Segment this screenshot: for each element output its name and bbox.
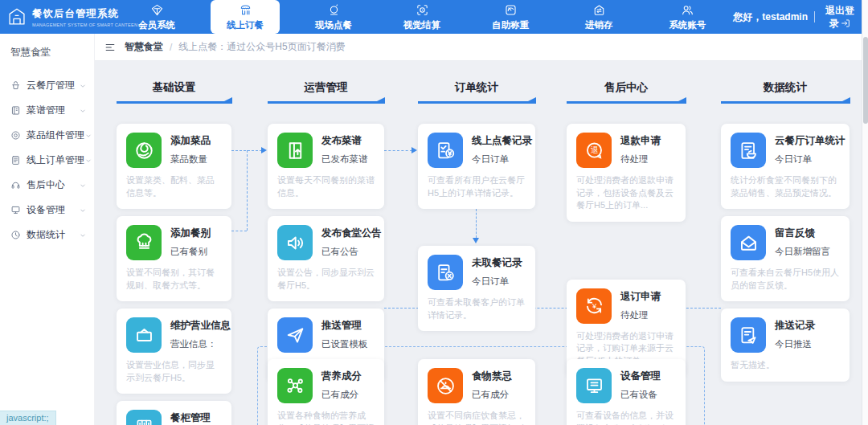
link-status-hint: javascript:; — [0, 411, 56, 425]
card-subtitle: 已有公告 — [321, 246, 375, 258]
feature-card[interactable]: 发布食堂公告已有公告设置公告，同步显示到云餐厅H5。 — [268, 216, 384, 301]
column-arrow — [721, 101, 850, 104]
card-icon-tile — [731, 133, 766, 168]
unsubscribe-icon: ¥ — [583, 295, 605, 317]
sidebar-item[interactable]: 售后中心 — [0, 173, 94, 198]
card-icon-tile — [126, 133, 162, 168]
svg-text:¥: ¥ — [591, 302, 596, 310]
sidebar-item[interactable]: 设备管理 — [0, 198, 94, 223]
column-arrow — [567, 101, 686, 104]
card-title: 推送管理 — [321, 319, 368, 333]
nav-tab-label: 进销存 — [585, 19, 613, 31]
card-description: 设置各种食物的营养成分，【菜品管理】里可添加对应的食物及分... — [277, 410, 375, 425]
collapse-menu-icon[interactable] — [104, 42, 116, 53]
nav-tab-label: 自助称重 — [492, 19, 529, 31]
sidebar-item[interactable]: 菜谱管理 — [0, 98, 94, 123]
sidebar-item[interactable]: 线上订单管理 — [0, 148, 94, 173]
connector-line — [231, 231, 247, 231]
feature-card[interactable]: 留言反馈今日新增留言可查看来自云餐厅H5使用人员的留言反馈。 — [721, 216, 850, 301]
feature-card[interactable]: 维护营业信息营业信息：设置营业信息，同步显示到云餐厅H5。 — [117, 309, 231, 394]
card-subtitle: 已有成分 — [472, 389, 512, 401]
nav-tab[interactable]: 自助称重 — [476, 0, 545, 34]
order-stats-icon — [738, 140, 760, 161]
nav-tab[interactable]: 进销存 — [564, 0, 633, 34]
board-column: 运营管理发布菜谱已发布菜谱设置每天不同餐别的菜谱信息。发布食堂公告已有公告设置公… — [268, 80, 384, 382]
card-subtitle: 已设置模板 — [321, 338, 368, 350]
card-icon-tile: ¥ — [576, 288, 612, 324]
column-title: 基础设置 — [117, 80, 231, 95]
column-arrow — [117, 101, 231, 104]
card-description: 设置不同餐别，其订餐规则、取餐方式等。 — [126, 267, 222, 292]
card-title: 云餐厅订单统计 — [775, 134, 840, 148]
card-description: 可查看来自云餐厅H5使用人员的留言反馈。 — [731, 267, 840, 292]
card-icon-tile — [277, 368, 313, 403]
feature-card[interactable]: 添加餐别已有餐别设置不同餐别，其订餐规则、取餐方式等。 — [117, 216, 231, 301]
card-icon-tile: 退 — [576, 133, 612, 168]
feature-card[interactable]: 未取餐记录今日订单可查看未取餐客户的订单详情记录。 — [418, 246, 535, 331]
feature-card[interactable]: 食物禁忌已有成分设置不同病症饮食禁忌，【菜品管理】里可添加对应的。 — [418, 359, 535, 425]
card-subtitle: 待处理 — [620, 309, 661, 321]
feature-card[interactable]: 发布菜谱已发布菜谱设置每天不同餐别的菜谱信息。 — [268, 124, 384, 209]
card-subtitle: 今日新增留言 — [775, 246, 830, 258]
card-title: 添加菜品 — [170, 134, 211, 148]
breadcrumb-root[interactable]: 智慧食堂 — [125, 40, 163, 54]
brand-logo-icon — [6, 6, 27, 27]
column-title: 数据统计 — [721, 80, 850, 95]
feature-card[interactable]: 设备管理已有设备可查看设备的信息，并设置设备名称，方便识别。 — [567, 359, 686, 425]
dish-icon — [133, 140, 155, 161]
nav-tab[interactable]: 现场点餐 — [299, 0, 368, 34]
feature-card[interactable]: 营养成分已有成分设置各种食物的营养成分，【菜品管理】里可添加对应的食物及分... — [268, 359, 384, 425]
card-subtitle: 菜品数量 — [170, 153, 211, 166]
feature-card[interactable]: 线上点餐记录今日订单可查看所有用户在云餐厅H5上的订单详情记录。 — [418, 124, 535, 209]
sidebar-item[interactable]: 云餐厅管理 — [0, 73, 94, 98]
card-icon-tile — [428, 255, 463, 290]
card-title: 营养成分 — [321, 370, 362, 383]
onsite-order-icon — [327, 3, 341, 17]
vision-checkout-icon — [416, 3, 429, 17]
connector-line — [384, 150, 412, 151]
card-description: 可处理消费者的退款申请记录，包括设备点餐及云餐厅H5上的订单... — [576, 174, 676, 212]
chevron-down-icon — [84, 157, 92, 165]
feedback-icon — [738, 232, 760, 254]
page-scrollbar[interactable] — [862, 0, 868, 425]
breadcrumb-bar: 智慧食堂 / 线上点餐：通过公众号H5页面订餐消费 — [95, 34, 862, 61]
scrollbar-thumb[interactable] — [863, 37, 868, 124]
nav-tab[interactable]: 系统账号 — [653, 0, 722, 34]
food-taboo-icon — [435, 375, 457, 397]
push-record-icon — [738, 325, 760, 346]
dish-component-icon — [10, 130, 21, 141]
card-title: 线上点餐记录 — [472, 134, 526, 148]
chevron-down-icon — [84, 132, 92, 140]
card-title: 退订申请 — [620, 290, 661, 304]
chevron-down-icon — [79, 107, 87, 115]
statistics-icon — [10, 230, 21, 240]
feature-card[interactable]: 餐柜管理已有餐柜暂无描述... — [117, 401, 231, 425]
nav-tab-label: 系统账号 — [669, 19, 706, 31]
nav-tab[interactable]: 会员系统 — [122, 0, 191, 34]
sidebar-item[interactable]: 菜品组件管理 — [0, 123, 94, 148]
card-description: 设置不同病症饮食禁忌，【菜品管理】里可添加对应的。 — [428, 410, 526, 425]
nav-tab[interactable]: 线上订餐 — [211, 0, 280, 34]
sidebar-item[interactable]: 数据统计 — [0, 223, 94, 247]
feature-card[interactable]: 推送记录今日推送暂无描述。 — [721, 309, 850, 382]
device-icon — [10, 205, 21, 215]
card-subtitle: 待处理 — [620, 153, 661, 166]
card-subtitle: 今日推送 — [775, 338, 815, 350]
board-column: 数据统计云餐厅订单统计今日订单统计分析食堂不同餐别下的菜品销售、菜品预定情况。留… — [721, 80, 850, 382]
nav-tab[interactable]: 视觉结算 — [387, 0, 457, 34]
device-list-icon — [583, 375, 605, 397]
nutrition-icon — [285, 375, 306, 397]
feature-card[interactable]: 退退款申请待处理可处理消费者的退款申请记录，包括设备点餐及云餐厅H5上的订单..… — [567, 124, 686, 222]
paper-plane-icon — [285, 325, 306, 346]
refund-icon: 退 — [583, 140, 605, 161]
feature-card[interactable]: 添加菜品菜品数量设置菜类、配料、菜品信息等。 — [117, 124, 231, 209]
card-description: 暂无描述。 — [731, 359, 840, 372]
card-title: 留言反馈 — [775, 227, 830, 240]
card-title: 餐柜管理 — [170, 411, 211, 425]
nav-tab-label: 现场点餐 — [315, 19, 352, 31]
chevron-down-icon — [79, 231, 87, 239]
feature-card[interactable]: 云餐厅订单统计今日订单统计分析食堂不同餐别下的菜品销售、菜品预定情况。 — [721, 124, 850, 209]
online-order-mgmt-icon — [10, 155, 21, 166]
sidebar-item-label: 线上订单管理 — [27, 153, 84, 167]
logout-button[interactable]: 退出登录 — [821, 4, 858, 30]
